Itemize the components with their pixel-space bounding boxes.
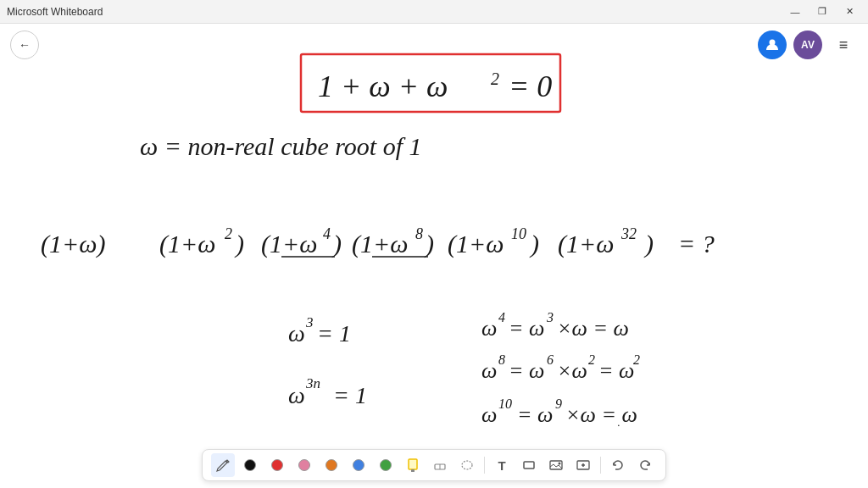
expr-group2: (1+ω xyxy=(159,230,215,258)
note1-base: ω xyxy=(288,320,305,347)
expr-group6-close: ) xyxy=(643,230,654,258)
expr-group2-close: ) xyxy=(234,230,244,258)
note5-eq1: = ω xyxy=(517,402,553,427)
main-equation: 1 + ω + ω xyxy=(318,69,448,103)
note5-base: ω xyxy=(481,402,497,427)
expr-equals-q: = ? xyxy=(678,230,715,258)
marker-orange[interactable] xyxy=(320,453,343,477)
image-tool[interactable] xyxy=(544,453,568,477)
note3-sup2: 3 xyxy=(546,310,554,324)
note4-sup4: 2 xyxy=(633,352,640,367)
note5-sup: 10 xyxy=(498,396,512,411)
expr-group4-sup: 8 xyxy=(415,225,423,242)
divider-1 xyxy=(484,457,485,474)
undo-button[interactable] xyxy=(606,453,630,477)
close-button[interactable]: ✕ xyxy=(837,3,861,20)
marker-black[interactable] xyxy=(238,453,262,477)
note2-sup: 3n xyxy=(305,375,320,391)
red-color-dot xyxy=(271,459,283,471)
note5-times: ×ω = ω xyxy=(565,402,637,427)
marker-blue[interactable] xyxy=(347,453,370,477)
expr-group3-sup: 4 xyxy=(323,225,331,242)
subtitle-text: ω = non-real cube root of 1 xyxy=(140,132,422,160)
expr-group1: (1+ω) xyxy=(41,230,105,258)
rectangle-icon xyxy=(521,458,537,473)
note5-sup2: 9 xyxy=(555,396,562,411)
note3-times: ×ω = ω xyxy=(557,316,629,341)
window-controls: — ❐ ✕ xyxy=(783,3,861,20)
note1-rest: = 1 xyxy=(317,320,351,347)
main-eq-equals: = 0 xyxy=(509,69,552,103)
pencil-icon xyxy=(215,458,231,473)
svg-point-5 xyxy=(462,461,472,469)
expr-group5: (1+ω xyxy=(448,230,504,258)
pencil-tool[interactable] xyxy=(211,453,235,477)
note2-base: ω xyxy=(288,382,305,408)
lasso-icon xyxy=(459,458,475,473)
text-tool[interactable]: T xyxy=(490,453,514,477)
note4-sup: 8 xyxy=(498,352,505,367)
highlighter-icon xyxy=(405,458,420,473)
title-bar: Microsoft Whiteboard — ❐ ✕ xyxy=(0,0,868,24)
undo-icon xyxy=(610,458,626,473)
expr-group6: (1+ω xyxy=(558,230,614,258)
expr-group5-close: ) xyxy=(529,230,539,258)
rectangle-tool[interactable] xyxy=(517,453,541,477)
text-icon: T xyxy=(498,458,505,473)
expr-group5-sup: 10 xyxy=(511,225,526,242)
note4-sup3: 2 xyxy=(588,352,595,367)
note4-base: ω xyxy=(481,358,497,383)
note4-eq1: = ω xyxy=(509,358,544,383)
svg-rect-2 xyxy=(411,469,415,472)
expr-group6-sup: 32 xyxy=(620,225,637,242)
highlighter-tool[interactable] xyxy=(401,453,425,477)
redo-button[interactable] xyxy=(633,453,657,477)
lasso-tool[interactable] xyxy=(455,453,479,477)
note2-rest: = 1 xyxy=(333,382,367,408)
note4-eq2: = ω xyxy=(598,358,634,383)
black-color-dot xyxy=(244,459,256,471)
marker-green[interactable] xyxy=(374,453,398,477)
pink-color-dot xyxy=(298,459,310,471)
svg-point-8 xyxy=(559,463,561,465)
note3-base: ω xyxy=(481,316,497,341)
divider-2 xyxy=(600,457,601,474)
blue-color-dot xyxy=(353,459,364,471)
note3-sup: 4 xyxy=(498,310,505,324)
note4-times: ×ω xyxy=(557,358,587,383)
toolbar: T xyxy=(202,449,666,481)
minimize-button[interactable]: — xyxy=(783,3,807,20)
svg-rect-6 xyxy=(524,462,534,469)
marker-red[interactable] xyxy=(265,453,289,477)
note5-subscript: · xyxy=(617,419,620,431)
note4-sup2: 6 xyxy=(547,352,554,367)
expr-group4-close: ) xyxy=(424,230,434,258)
redo-icon xyxy=(637,458,653,473)
note3-eq1: = ω xyxy=(509,316,544,341)
expr-group2-sup: 2 xyxy=(225,225,232,242)
expr-group3: (1+ω xyxy=(261,230,317,258)
main-eq-superscript: 2 xyxy=(491,69,499,88)
orange-color-dot xyxy=(326,459,337,471)
expr-group4: (1+ω xyxy=(352,230,408,258)
eraser-tool[interactable] xyxy=(428,453,452,477)
restore-button[interactable]: ❐ xyxy=(810,3,834,20)
insert-icon xyxy=(576,458,591,473)
marker-pink[interactable] xyxy=(292,453,316,477)
eraser-icon xyxy=(432,458,448,473)
note1-sup: 3 xyxy=(305,314,314,330)
app-title: Microsoft Whiteboard xyxy=(7,6,103,18)
green-color-dot xyxy=(380,459,392,471)
image-icon xyxy=(548,458,564,473)
expr-group3-close: ) xyxy=(331,230,342,258)
whiteboard-canvas: 1 + ω + ω 2 = 0 ω = non-real cube root o… xyxy=(0,24,868,488)
insert-tool[interactable] xyxy=(571,453,595,477)
svg-rect-1 xyxy=(409,459,417,469)
whiteboard-main: ← AV ≡ 1 + ω + ω 2 = 0 ω = non-real cube… xyxy=(0,24,868,488)
